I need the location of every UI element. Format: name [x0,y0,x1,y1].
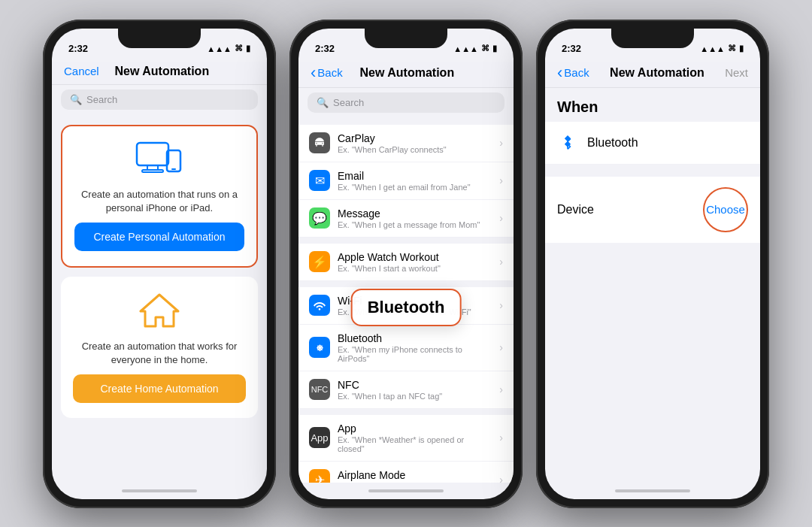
email-text: Email Ex. "When I get an email from Jane… [338,170,492,192]
section-gap-2 [298,281,514,287]
workout-subtitle: Ex. "When I start a workout" [338,264,492,273]
svg-rect-2 [142,170,163,172]
wifi-icon-2: ⌘ [481,44,489,53]
email-title: Email [338,170,492,182]
app-text: App Ex. "When *Weather* is opened or clo… [338,423,492,453]
list-item-nfc[interactable]: NFC NFC Ex. "When I tap an NFC tag" › [298,371,514,409]
screen-1: 2:32 ▲▲▲ ⌘ ▮ Cancel New Automation 🔍 Sea… [52,29,267,499]
nfc-title: NFC [338,379,492,391]
search-icon-2: 🔍 [317,97,329,108]
nav-title-2: New Automation [360,66,455,80]
personal-icon [133,141,186,180]
carplay-subtitle: Ex. "When CarPlay connects" [338,145,492,154]
message-subtitle: Ex. "When I get a message from Mom" [338,220,492,229]
status-time-3: 2:32 [562,43,581,54]
when-section-title: When [545,88,760,122]
battery-icon-2: ▮ [492,44,497,53]
signal-icon-3: ▲▲▲ [700,44,725,53]
signal-icon-2: ▲▲▲ [453,44,478,53]
home-card-text: Create an automation that works for ever… [73,340,246,367]
list-item-workout[interactable]: ⚡ Apple Watch Workout Ex. "When I start … [298,244,514,281]
list-item-carplay[interactable]: CarPlay Ex. "When CarPlay connects" › [298,125,514,162]
airplane-subtitle: Ex. "When Airplane Mode is turned on" [338,482,492,483]
bluetooth-list-icon: ⎈ [309,337,330,358]
battery-icon-1: ▮ [246,44,250,53]
home-icon [139,292,180,332]
bluetooth-when-row[interactable]: Bluetooth [545,122,760,165]
carplay-title: CarPlay [338,132,492,144]
phone-2: 2:32 ▲▲▲ ⌘ ▮ Back New Automation 🔍 Searc… [289,20,523,508]
email-subtitle: Ex. "When I get an email from Jane" [338,183,492,192]
nfc-subtitle: Ex. "When I tap an NFC tag" [338,392,492,401]
airplane-chevron: › [499,474,503,483]
list-item-email[interactable]: ✉ Email Ex. "When I get an email from Ja… [298,162,514,200]
phone-1: 2:32 ▲▲▲ ⌘ ▮ Cancel New Automation 🔍 Sea… [43,20,276,508]
battery-icon-3: ▮ [739,44,744,53]
search-bar-1[interactable]: 🔍 Search [61,89,258,110]
home-bar-3 [615,489,690,492]
personal-automation-card: Create an automation that runs on a pers… [61,125,258,268]
workout-title: Apple Watch Workout [338,251,492,263]
home-bar-2 [368,489,444,492]
status-icons-1: ▲▲▲ ⌘ ▮ [207,44,250,53]
section-gap-1 [298,238,514,244]
status-icons-2: ▲▲▲ ⌘ ▮ [453,44,497,53]
search-placeholder-2: Search [333,97,364,108]
bluetooth-text: Bluetooth Ex. "When my iPhone connects t… [338,332,492,363]
bluetooth-title: Bluetooth [338,332,492,344]
wifi-list-icon [309,295,330,316]
home-bar-1 [122,489,197,492]
list-item-bluetooth[interactable]: ⎈ Bluetooth Ex. "When my iPhone connects… [298,325,514,371]
bluetooth-subtitle: Ex. "When my iPhone connects to AirPods" [338,345,492,363]
airplane-text: Airplane Mode Ex. "When Airplane Mode is… [338,469,492,483]
nav-title-3: New Automation [610,66,704,80]
wifi-icon-3: ⌘ [728,44,736,53]
bluetooth-when-icon [557,132,578,153]
list-item-app[interactable]: App App Ex. "When *Weather* is opened or… [298,415,514,462]
app-title: App [338,423,492,435]
nav-bar-2: Back New Automation [298,62,514,88]
search-container-2: 🔍 Search [298,88,514,119]
email-chevron: › [499,174,503,186]
message-icon: 💬 [309,207,330,229]
svg-marker-5 [141,295,178,326]
status-icons-3: ▲▲▲ ⌘ ▮ [700,44,744,53]
bluetooth-overlay-text: Bluetooth [368,298,445,317]
nfc-icon: NFC [309,379,330,400]
wifi-chevron: › [499,299,503,311]
home-indicator-3 [545,483,760,499]
notch-1 [118,29,201,48]
back-button-2[interactable]: Back [311,65,343,81]
nav-title-1: New Automation [115,65,210,78]
airplane-icon: ✈ [309,469,330,483]
list-item-airplane[interactable]: ✈ Airplane Mode Ex. "When Airplane Mode … [298,462,514,483]
choose-button[interactable]: Choose [703,187,748,232]
device-label: Device [557,203,703,217]
section-gap-s3 [545,165,760,171]
search-bar-2[interactable]: 🔍 Search [308,92,504,113]
bluetooth-overlay: Bluetooth [351,289,462,326]
back-button-3[interactable]: Back [557,65,589,81]
list-item-message[interactable]: 💬 Message Ex. "When I get a message from… [298,200,514,238]
phone-3: 2:32 ▲▲▲ ⌘ ▮ Back New Automation Next Wh… [536,20,769,508]
home-indicator-2 [298,483,514,499]
bluetooth-chevron: › [499,341,503,353]
message-text: Message Ex. "When I get a message from M… [338,207,492,229]
message-chevron: › [499,212,503,224]
s1-content: Create an automation that runs on a pers… [52,116,267,483]
notch-3 [611,29,694,48]
create-home-automation-button[interactable]: Create Home Automation [73,374,246,403]
next-button-3[interactable]: Next [725,66,748,79]
carplay-text: CarPlay Ex. "When CarPlay connects" [338,132,492,154]
app-subtitle: Ex. "When *Weather* is opened or closed" [338,435,492,453]
search-icon-1: 🔍 [70,94,82,105]
create-personal-automation-button[interactable]: Create Personal Automation [74,223,244,251]
nfc-chevron: › [499,383,503,395]
message-title: Message [338,207,492,220]
cancel-button[interactable]: Cancel [64,65,99,77]
email-icon: ✉ [309,170,330,191]
automation-list: CarPlay Ex. "When CarPlay connects" › ✉ … [298,119,514,483]
screen-3: 2:32 ▲▲▲ ⌘ ▮ Back New Automation Next Wh… [545,29,760,499]
wifi-icon-1: ⌘ [235,44,243,53]
section-gap-3 [298,409,514,415]
